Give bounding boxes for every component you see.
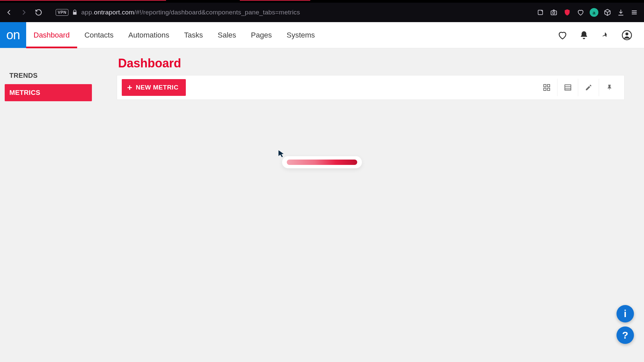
cursor-icon [277,149,286,158]
main-nav: Dashboard Contacts Automations Tasks Sal… [26,22,322,48]
page-title: Dashboard [118,56,625,70]
nav-contacts[interactable]: Contacts [77,22,121,48]
nav-dashboard[interactable]: Dashboard [26,22,77,48]
sidebar: TRENDS METRICS [0,48,97,362]
download-icon[interactable] [616,8,625,17]
nav-pages[interactable]: Pages [244,22,279,48]
new-metric-label: NEW METRIC [136,84,178,91]
edit-page-icon[interactable] [536,8,545,17]
progress-bar [287,160,357,165]
favorites-icon[interactable] [557,30,568,40]
svg-point-4 [626,32,629,35]
info-fab[interactable]: i [616,305,634,322]
sidebar-metrics[interactable]: METRICS [5,84,92,101]
nav-automations[interactable]: Automations [121,22,176,48]
svg-rect-9 [565,85,571,90]
url-display[interactable]: app.ontraport.com/#!/reporting/dashboard… [81,9,533,16]
nav-tasks[interactable]: Tasks [177,22,210,48]
heart-icon[interactable] [576,8,585,17]
svg-rect-7 [544,88,546,90]
url-host: ontraport.com [94,9,134,16]
browser-chrome: VPN app.ontraport.com/#!/reporting/dashb… [0,0,644,22]
url-path: /#!/reporting/dashboard&components_pane_… [134,9,300,16]
list-view-button[interactable] [557,79,578,96]
forward-button[interactable] [18,7,30,18]
edit-button[interactable] [578,79,599,96]
sidebar-trends[interactable]: TRENDS [5,67,92,84]
grid-view-button[interactable] [536,79,557,96]
svg-rect-5 [544,84,546,87]
svg-rect-1 [551,11,557,15]
svg-point-2 [553,12,555,14]
main-content: Dashboard + NEW METRIC [97,48,644,362]
app-body: TRENDS METRICS Dashboard + NEW METRIC [0,48,644,362]
new-metric-button[interactable]: + NEW METRIC [122,79,186,96]
svg-rect-6 [547,84,550,87]
menu-icon[interactable] [630,8,639,17]
nav-systems[interactable]: Systems [279,22,322,48]
reload-button[interactable] [33,7,44,18]
back-button[interactable] [3,7,15,18]
app-logo[interactable]: on [0,22,26,48]
toolbar-right [536,79,620,96]
header-right [557,22,644,48]
nav-sales[interactable]: Sales [210,22,244,48]
camera-icon[interactable] [549,8,558,17]
url-prefix: app. [81,9,94,16]
address-bar-row: VPN app.ontraport.com/#!/reporting/dashb… [0,3,644,22]
profile-avatar[interactable]: a [590,8,598,17]
shield-icon[interactable] [563,8,572,17]
vpn-badge[interactable]: VPN [56,9,68,16]
app-root: on Dashboard Contacts Automations Tasks … [0,22,644,362]
toolbar: + NEW METRIC [117,75,625,100]
plus-icon: + [127,83,132,92]
notifications-icon[interactable] [579,30,589,40]
cube-icon[interactable] [603,8,612,17]
pin-button[interactable] [599,79,620,96]
chrome-right-icons: a [536,8,641,17]
account-icon[interactable] [622,30,632,40]
lock-icon[interactable] [72,9,78,15]
pin-icon[interactable] [600,30,610,40]
loading-indicator [282,156,362,168]
help-fab[interactable]: ? [616,326,634,344]
tab-strip [0,0,644,3]
app-header: on Dashboard Contacts Automations Tasks … [0,22,644,48]
svg-rect-8 [547,88,550,90]
